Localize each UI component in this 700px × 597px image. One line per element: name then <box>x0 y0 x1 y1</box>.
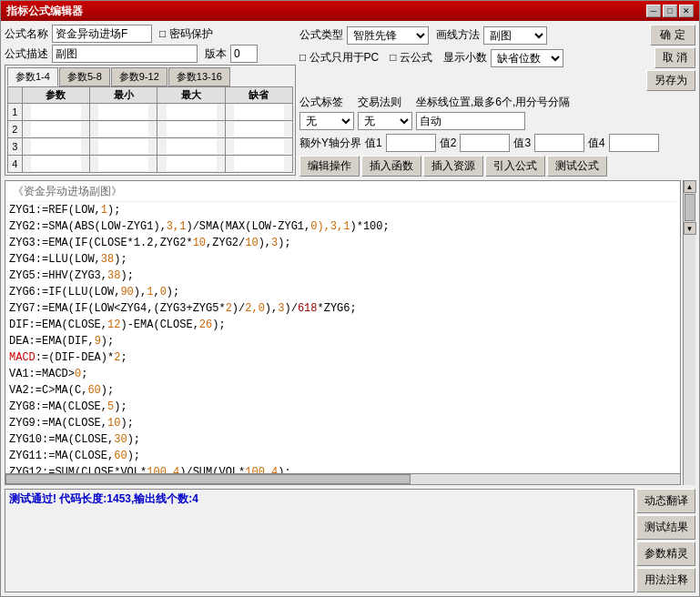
param2-name[interactable] <box>31 122 81 137</box>
param1-default[interactable] <box>234 105 284 119</box>
edit-operation-button[interactable]: 编辑操作 <box>299 156 360 177</box>
param1-min[interactable] <box>98 105 148 119</box>
formula-name-input[interactable] <box>52 25 152 43</box>
coord-input[interactable] <box>416 112 525 130</box>
row-num-4: 4 <box>8 156 23 173</box>
formula-name-label: 公式名称 <box>5 26 48 42</box>
extra-y-value3[interactable] <box>534 134 584 152</box>
extra-y-value1[interactable] <box>386 134 436 152</box>
right-panel: 公式类型 智胜先锋 画线方法 副图 确 定 □ 公式只用于PC □ 云公式 显示… <box>299 25 695 177</box>
draw-method-select[interactable]: 副图 <box>483 26 547 45</box>
param4-max[interactable] <box>167 157 217 171</box>
param1-max[interactable] <box>167 105 217 119</box>
extra-y-value4[interactable] <box>609 134 659 152</box>
code-line: DEA:=EMA(DIF,9); <box>9 333 676 349</box>
formula-name-row: 公式名称 □ 密码保护 <box>5 25 296 43</box>
code-line: MACD:=(DIF-DEA)*2; <box>9 349 676 366</box>
param4-default[interactable] <box>234 157 284 171</box>
display-decimal-select[interactable]: 缺省位数 <box>491 49 563 67</box>
param4-name[interactable] <box>31 157 81 171</box>
param1-name[interactable] <box>31 105 81 119</box>
code-editor-title: 《资金异动进场副图》 <box>9 183 676 202</box>
param3-default[interactable] <box>234 139 284 154</box>
tab-params-13-16[interactable]: 参数13-16 <box>168 67 230 86</box>
test-results-button[interactable]: 测试结果 <box>636 515 695 540</box>
trade-rule-select[interactable]: 无 <box>358 112 412 130</box>
tab-params-5-8[interactable]: 参数5-8 <box>59 67 110 86</box>
tab-params-9-12[interactable]: 参数9-12 <box>111 67 167 86</box>
display-decimal-label: 显示小数 <box>443 50 487 66</box>
code-line: ZYG8:=MA(CLOSE,5); <box>9 399 676 415</box>
horizontal-scrollbar[interactable] <box>5 473 680 484</box>
table-row: 3 <box>8 138 293 156</box>
usage-notes-button[interactable]: 用法注释 <box>636 568 695 592</box>
row-num-1: 1 <box>8 104 23 121</box>
status-text: 测试通过! 代码长度:1453,输出线个数:4 <box>9 492 198 505</box>
import-formula-button[interactable]: 引入公式 <box>485 156 545 177</box>
params-tabs: 参数1-4 参数5-8 参数9-12 参数13-16 <box>7 67 293 86</box>
left-panel: 公式名称 □ 密码保护 公式描述 版本 参数1-4 参数5-8 参数9 <box>5 25 296 177</box>
window-title: 指标公式编辑器 <box>6 4 83 19</box>
extra-y-section: 额外Y轴分界 值1 值2 值3 值4 <box>299 134 695 152</box>
save-as-button[interactable]: 另存为 <box>646 70 695 91</box>
col-param-header: 参数 <box>22 87 89 104</box>
code-line: ZYG9:=MA(CLOSE,10); <box>9 415 676 431</box>
param3-max[interactable] <box>167 139 217 154</box>
param3-name[interactable] <box>31 139 81 154</box>
minimize-button[interactable]: ─ <box>646 5 661 17</box>
side-buttons: 动态翻译 测试结果 参数精灵 用法注释 <box>636 489 695 592</box>
right-row2: □ 公式只用于PC □ 云公式 显示小数 缺省位数 取 消 <box>299 47 695 68</box>
vertical-scrollbar: ▲ ▼ <box>683 180 695 485</box>
maximize-button[interactable]: □ <box>663 5 677 17</box>
param2-min[interactable] <box>98 122 148 137</box>
code-line: ZYG1:=REF(LOW,1); <box>9 202 676 218</box>
cloud-label: □ 云公式 <box>390 50 432 66</box>
version-input[interactable] <box>230 45 258 63</box>
dynamic-translate-button[interactable]: 动态翻译 <box>636 489 695 513</box>
code-line: VA1:=MACD>0; <box>9 366 676 382</box>
code-area-wrapper: 《资金异动进场副图》 ZYG1:=REF(LOW,1); ZYG2:=SMA(A… <box>5 180 695 485</box>
title-bar: 指标公式编辑器 ─ □ ✕ <box>1 1 699 21</box>
status-bar: 测试通过! 代码长度:1453,输出线个数:4 <box>5 489 634 592</box>
col-default-header: 缺省 <box>225 87 292 104</box>
right-row3: 另存为 <box>299 70 695 91</box>
param2-default[interactable] <box>234 122 284 137</box>
code-line: ZYG11:=MA(CLOSE,60); <box>9 448 676 464</box>
col-min-header: 最小 <box>90 87 157 104</box>
action-buttons: 编辑操作 插入函数 插入资源 引入公式 测试公式 <box>299 156 695 177</box>
row-num-3: 3 <box>8 138 23 156</box>
code-line: DIF:=EMA(CLOSE,12)-EMA(CLOSE,26); <box>9 317 676 333</box>
param-summary-button[interactable]: 参数精灵 <box>636 541 695 566</box>
code-content[interactable]: 《资金异动进场副图》 ZYG1:=REF(LOW,1); ZYG2:=SMA(A… <box>5 181 680 473</box>
value1-label: 值1 <box>365 136 382 151</box>
scroll-up-button[interactable]: ▲ <box>684 180 696 193</box>
close-button[interactable]: ✕ <box>679 5 694 17</box>
extra-y-value2[interactable] <box>460 134 510 152</box>
code-editor[interactable]: 《资金异动进场副图》 ZYG1:=REF(LOW,1); ZYG2:=SMA(A… <box>5 180 681 485</box>
formula-desc-input[interactable] <box>52 45 198 63</box>
param2-max[interactable] <box>167 122 217 137</box>
trade-rule-label: 交易法则 <box>358 95 412 110</box>
code-line: VA2:=C>MA(C,60); <box>9 382 676 399</box>
pc-only-label: □ 公式只用于PC <box>299 50 379 66</box>
right-row1: 公式类型 智胜先锋 画线方法 副图 确 定 <box>299 25 695 46</box>
tab-params-1-4[interactable]: 参数1-4 <box>7 67 58 86</box>
code-line: ZYG12:=SUM(CLOSE*VOL*100,4)/SUM(VOL*100,… <box>9 464 676 473</box>
extra-y-label: 额外Y轴分界 <box>299 136 361 151</box>
param3-min[interactable] <box>98 139 148 154</box>
formula-type-select[interactable]: 智胜先锋 <box>347 26 429 45</box>
scrollbar-thumb <box>5 474 411 484</box>
cancel-button[interactable]: 取 消 <box>654 47 695 68</box>
formula-type-label: 公式类型 <box>299 27 343 43</box>
scroll-down-button[interactable]: ▼ <box>684 222 696 235</box>
insert-resource-button[interactable]: 插入资源 <box>423 156 483 177</box>
formula-tag-select[interactable]: 无 <box>299 112 354 130</box>
test-formula-button[interactable]: 测试公式 <box>547 156 607 177</box>
scroll-thumb[interactable] <box>685 194 695 221</box>
formula-desc-label: 公式描述 <box>5 46 48 62</box>
confirm-button[interactable]: 确 定 <box>650 25 695 46</box>
param4-min[interactable] <box>98 157 148 171</box>
col-num-header <box>8 87 23 104</box>
code-line: ZYG4:=LLU(LOW,38); <box>9 251 676 268</box>
insert-function-button[interactable]: 插入函数 <box>361 156 421 177</box>
